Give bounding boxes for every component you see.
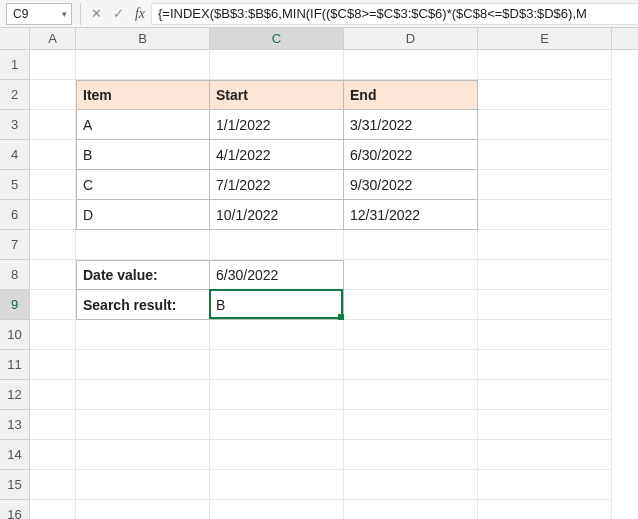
cell-end[interactable]: 9/30/2022	[344, 170, 478, 200]
cell-end[interactable]: 3/31/2022	[344, 110, 478, 140]
search-result-label[interactable]: Search result:	[76, 290, 210, 320]
cell-item[interactable]: C	[76, 170, 210, 200]
cell[interactable]	[76, 470, 210, 500]
cell-end[interactable]: 12/31/2022	[344, 200, 478, 230]
cell[interactable]	[478, 410, 612, 440]
cell[interactable]	[478, 170, 612, 200]
col-header-A[interactable]: A	[30, 28, 76, 49]
row-header-5[interactable]: 5	[0, 170, 29, 200]
col-header-E[interactable]: E	[478, 28, 612, 49]
cell[interactable]	[210, 500, 344, 519]
row-header-13[interactable]: 13	[0, 410, 29, 440]
cell[interactable]	[344, 50, 478, 80]
cell[interactable]	[30, 200, 76, 230]
cell[interactable]	[478, 290, 612, 320]
cell[interactable]	[30, 260, 76, 290]
cell[interactable]	[210, 350, 344, 380]
cell[interactable]	[344, 440, 478, 470]
row-header-16[interactable]: 16	[0, 500, 29, 519]
cancel-formula-icon[interactable]: ✕	[85, 3, 107, 25]
cell[interactable]	[210, 410, 344, 440]
cell[interactable]	[30, 140, 76, 170]
cell[interactable]	[30, 50, 76, 80]
cell[interactable]	[30, 410, 76, 440]
cell-start[interactable]: 7/1/2022	[210, 170, 344, 200]
row-header-11[interactable]: 11	[0, 350, 29, 380]
cell[interactable]	[30, 290, 76, 320]
cell[interactable]	[30, 230, 76, 260]
col-header-C[interactable]: C	[210, 28, 344, 49]
col-header-B[interactable]: B	[76, 28, 210, 49]
cell[interactable]	[478, 80, 612, 110]
row-header-4[interactable]: 4	[0, 140, 29, 170]
cell[interactable]	[478, 500, 612, 519]
table-header-item[interactable]: Item	[76, 80, 210, 110]
row-header-3[interactable]: 3	[0, 110, 29, 140]
cell[interactable]	[30, 500, 76, 519]
cell-item[interactable]: A	[76, 110, 210, 140]
cell-item[interactable]: B	[76, 140, 210, 170]
cell[interactable]	[76, 380, 210, 410]
cell[interactable]	[30, 350, 76, 380]
cell[interactable]	[30, 320, 76, 350]
formula-input[interactable]: {=INDEX($B$3:$B$6,MIN(IF(($C$8>=$C$3:$C$…	[151, 3, 638, 25]
cell[interactable]	[478, 470, 612, 500]
cell[interactable]	[478, 110, 612, 140]
cell-end[interactable]: 6/30/2022	[344, 140, 478, 170]
cell[interactable]	[478, 140, 612, 170]
row-header-8[interactable]: 8	[0, 260, 29, 290]
cell[interactable]	[344, 260, 478, 290]
col-header-D[interactable]: D	[344, 28, 478, 49]
cells[interactable]: Item Start End A 1/1/2022 3/31/2022 B 4/…	[30, 50, 638, 519]
cell[interactable]	[478, 320, 612, 350]
cell[interactable]	[76, 350, 210, 380]
cell-start[interactable]: 10/1/2022	[210, 200, 344, 230]
cell[interactable]	[30, 380, 76, 410]
cell[interactable]	[478, 50, 612, 80]
date-value-cell[interactable]: 6/30/2022	[210, 260, 344, 290]
cell[interactable]	[344, 470, 478, 500]
cell[interactable]	[210, 320, 344, 350]
cell[interactable]	[76, 50, 210, 80]
cell[interactable]	[478, 440, 612, 470]
cell[interactable]	[478, 380, 612, 410]
row-header-7[interactable]: 7	[0, 230, 29, 260]
cell[interactable]	[76, 230, 210, 260]
cell[interactable]	[76, 320, 210, 350]
date-value-label[interactable]: Date value:	[76, 260, 210, 290]
search-result-cell[interactable]: B	[210, 290, 344, 320]
cell[interactable]	[210, 380, 344, 410]
cell[interactable]	[210, 230, 344, 260]
cell[interactable]	[30, 440, 76, 470]
cell[interactable]	[478, 260, 612, 290]
cell[interactable]	[478, 350, 612, 380]
cell-start[interactable]: 4/1/2022	[210, 140, 344, 170]
row-header-9[interactable]: 9	[0, 290, 29, 320]
row-header-6[interactable]: 6	[0, 200, 29, 230]
cell[interactable]	[478, 200, 612, 230]
cell[interactable]	[210, 440, 344, 470]
cell[interactable]	[30, 80, 76, 110]
cell-item[interactable]: D	[76, 200, 210, 230]
row-header-12[interactable]: 12	[0, 380, 29, 410]
cell[interactable]	[210, 50, 344, 80]
cell[interactable]	[30, 470, 76, 500]
cell[interactable]	[478, 230, 612, 260]
cell[interactable]	[210, 470, 344, 500]
cell[interactable]	[344, 230, 478, 260]
table-header-start[interactable]: Start	[210, 80, 344, 110]
fx-icon[interactable]: fx	[129, 3, 151, 25]
name-box[interactable]: C9 ▾	[6, 3, 72, 25]
table-header-end[interactable]: End	[344, 80, 478, 110]
cell[interactable]	[344, 350, 478, 380]
cell[interactable]	[30, 170, 76, 200]
cell[interactable]	[344, 500, 478, 519]
row-header-15[interactable]: 15	[0, 470, 29, 500]
cell[interactable]	[344, 380, 478, 410]
row-header-1[interactable]: 1	[0, 50, 29, 80]
cell[interactable]	[344, 290, 478, 320]
select-all-corner[interactable]	[0, 28, 30, 50]
row-header-14[interactable]: 14	[0, 440, 29, 470]
cell[interactable]	[30, 110, 76, 140]
cell-start[interactable]: 1/1/2022	[210, 110, 344, 140]
